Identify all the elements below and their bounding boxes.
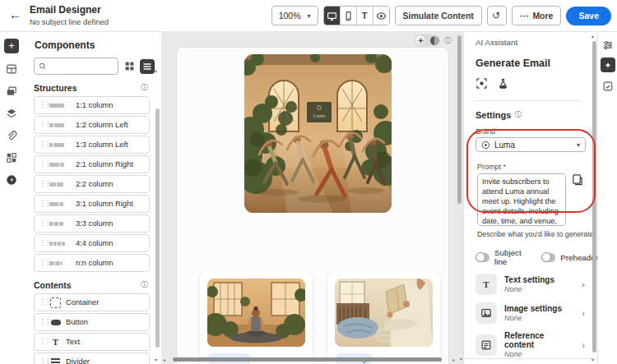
info-icon[interactable]: ⓘ <box>141 279 148 290</box>
list-view-icon <box>142 62 152 71</box>
reference-content-icon <box>476 334 497 356</box>
brand-select[interactable]: Luma ▾ <box>476 137 586 152</box>
scroll-down-icon[interactable]: ▾ <box>155 357 157 362</box>
properties-button[interactable] <box>601 39 615 52</box>
zoom-select[interactable]: 100% ▾ <box>271 6 318 25</box>
hero-image[interactable]: Luma <box>244 54 392 213</box>
drag-handle-icon[interactable]: ⋮⋮ <box>39 141 45 148</box>
scroll-left-icon[interactable]: ◂ <box>163 357 165 362</box>
components-scrollbar[interactable]: ▴ ▾ <box>155 74 160 354</box>
drag-handle-icon[interactable]: ⋮⋮ <box>39 318 45 325</box>
structure-label: 1:2 column Left <box>76 121 128 129</box>
brand-logo-icon <box>481 141 490 150</box>
structure-item[interactable]: ⋮⋮1:1 column <box>34 96 150 114</box>
drag-handle-icon[interactable]: ⋮⋮ <box>39 298 45 306</box>
text-settings-row[interactable]: T Text settings None › <box>476 274 585 295</box>
contents-list: ⋮⋮Container ⋮⋮Button ⋮⋮TText ⋮⋮Divider ⋮… <box>34 293 150 364</box>
structure-glyph <box>49 202 72 206</box>
content-item-text[interactable]: ⋮⋮TText <box>34 333 150 351</box>
structure-item[interactable]: ⋮⋮3:3 column <box>34 214 150 233</box>
reference-content-row[interactable]: Reference content None › <box>476 331 585 358</box>
drag-handle-icon[interactable]: ⋮⋮ <box>39 259 45 266</box>
mobile-view-button[interactable] <box>340 7 356 25</box>
layers-button[interactable] <box>5 107 18 120</box>
email-card-meditation[interactable]: Meditation 15-Minute Guided Meditation <box>200 271 313 364</box>
canvas-vertical-scrollbar[interactable]: ▾ <box>457 32 462 354</box>
scroll-right-icon[interactable]: ▸ <box>452 357 455 362</box>
canvas-horizontal-scrollbar[interactable]: ◂ ▸ <box>163 357 455 362</box>
structure-item[interactable]: ⋮⋮n:n column <box>34 254 150 272</box>
links-button[interactable] <box>5 129 18 142</box>
light-dark-toggle[interactable] <box>415 35 440 46</box>
select-frame-icon[interactable] <box>476 77 488 93</box>
flask-icon[interactable] <box>498 77 508 93</box>
scroll-down-icon[interactable]: ▾ <box>460 356 462 362</box>
info-icon[interactable]: ⓘ <box>514 109 522 120</box>
drag-handle-icon[interactable]: ⋮⋮ <box>39 180 45 187</box>
prompt-template-button[interactable] <box>571 173 584 187</box>
components-panel: Components Structures ⓘ ⋮⋮1:1 column ⋮⋮1… <box>23 31 162 364</box>
scroll-down-icon[interactable]: ▾ <box>591 357 594 362</box>
add-component-button[interactable]: + <box>4 39 19 53</box>
drag-handle-icon[interactable]: ⋮⋮ <box>39 101 45 108</box>
content-item-container[interactable]: ⋮⋮Container <box>34 293 150 311</box>
structure-item[interactable]: ⋮⋮4:4 column <box>34 234 150 252</box>
list-view-button[interactable] <box>140 59 155 74</box>
layers-icon <box>6 108 17 119</box>
info-icon[interactable]: ⓘ <box>141 82 148 93</box>
preview-eye-button[interactable] <box>373 7 389 25</box>
more-button[interactable]: ⋯ More <box>512 6 562 25</box>
canvas-display-controls: ⓘ <box>415 35 452 46</box>
drag-handle-icon[interactable]: ⋮⋮ <box>39 239 45 247</box>
reference-content-value: None <box>504 350 574 358</box>
search-icon <box>39 62 46 71</box>
ai-panel-scrollbar[interactable]: ▴ ▾ <box>592 39 596 354</box>
drag-handle-icon[interactable]: ⋮⋮ <box>39 200 45 207</box>
drag-handle-icon[interactable]: ⋮⋮ <box>39 338 45 345</box>
structure-label: 1:3 column Left <box>76 141 128 149</box>
structure-item[interactable]: ⋮⋮2:2 column <box>34 175 150 193</box>
content-item-divider[interactable]: ⋮⋮Divider <box>34 352 150 364</box>
preheader-toggle[interactable] <box>541 253 555 262</box>
simulate-content-button[interactable]: Simulate Content <box>395 6 482 25</box>
drag-handle-icon[interactable]: ⋮⋮ <box>39 357 45 364</box>
fragments-button[interactable] <box>5 151 18 164</box>
ai-assistant-button[interactable]: ✦ <box>601 58 615 72</box>
structure-label: 3:1 column Right <box>76 200 133 208</box>
subject-line-label: Subject line <box>494 248 528 266</box>
dark-mode-icon[interactable] <box>430 36 439 45</box>
help-button[interactable] <box>5 173 18 187</box>
more-dots-icon: ⋯ <box>520 11 529 21</box>
brand-value: Luma <box>494 141 515 150</box>
drag-handle-icon[interactable]: ⋮⋮ <box>39 219 45 227</box>
structure-item[interactable]: ⋮⋮1:2 column Left <box>34 116 150 134</box>
search-input[interactable] <box>46 61 114 71</box>
button-icon <box>49 320 62 325</box>
scroll-up-icon[interactable]: ▴ <box>155 67 157 73</box>
text-view-button[interactable]: T <box>356 7 373 25</box>
scroll-up-icon[interactable]: ▴ <box>591 33 594 39</box>
structure-label: 4:4 column <box>76 239 113 247</box>
email-card-reading[interactable]: Reading <box>327 271 440 364</box>
structure-item[interactable]: ⋮⋮3:1 column Right <box>34 195 150 213</box>
component-search-input[interactable] <box>34 58 118 75</box>
drag-handle-icon[interactable]: ⋮⋮ <box>39 121 45 128</box>
info-icon[interactable]: ⓘ <box>444 35 452 46</box>
save-button[interactable]: Save <box>566 7 611 25</box>
structure-item[interactable]: ⋮⋮2:1 column Right <box>34 155 150 173</box>
desktop-view-button[interactable] <box>324 7 340 25</box>
content-blocks-button[interactable] <box>5 62 18 76</box>
light-mode-icon[interactable] <box>415 35 425 45</box>
validation-button[interactable] <box>601 80 615 93</box>
content-item-button[interactable]: ⋮⋮Button <box>34 313 150 331</box>
structure-item[interactable]: ⋮⋮1:3 column Left <box>34 136 150 154</box>
drag-handle-icon[interactable]: ⋮⋮ <box>39 160 45 168</box>
grid-view-button[interactable] <box>122 59 137 74</box>
subject-line-toggle[interactable] <box>476 253 489 262</box>
assets-button[interactable] <box>5 85 18 98</box>
prompt-textarea[interactable]: Invite subscribers to attend Luma annual… <box>477 173 566 226</box>
back-icon[interactable]: ← <box>9 7 21 21</box>
image-settings-row[interactable]: Image settings None › <box>476 302 585 324</box>
contents-section-title: Contents <box>34 280 72 290</box>
undo-button[interactable]: ↺ <box>487 6 507 25</box>
